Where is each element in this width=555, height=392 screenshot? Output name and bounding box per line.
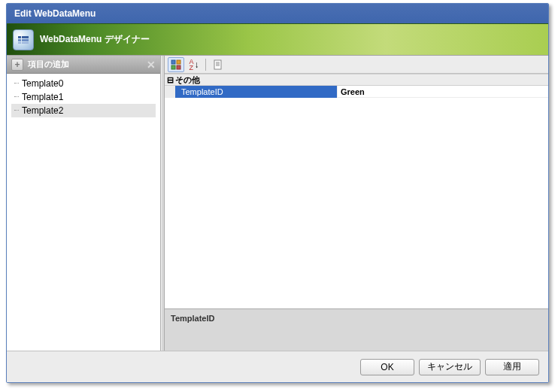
description-title: TemplateID	[171, 314, 214, 323]
svg-rect-3	[22, 39, 29, 41]
tree-item[interactable]: Template0	[11, 77, 156, 90]
property-pages-button[interactable]	[209, 57, 226, 72]
svg-rect-1	[22, 36, 29, 38]
category-label: その他	[175, 74, 200, 86]
category-row[interactable]: ⊟ その他	[165, 74, 548, 86]
banner-title: WebDataMenu デザイナー	[40, 33, 150, 46]
ok-button[interactable]: OK	[360, 359, 414, 375]
svg-rect-8	[171, 65, 175, 69]
svg-rect-7	[177, 60, 180, 64]
svg-rect-4	[18, 42, 21, 44]
sort-az-icon: AZ↓	[189, 59, 199, 71]
footer: OK キャンセル 適用	[7, 351, 548, 382]
svg-rect-10	[214, 60, 221, 69]
page-icon	[212, 59, 223, 70]
row-gutter	[165, 86, 175, 98]
property-value[interactable]: Green	[338, 86, 548, 98]
tree-item[interactable]: Template1	[11, 90, 156, 104]
close-icon[interactable]: ✕	[147, 59, 156, 71]
collapse-icon[interactable]: ⊟	[165, 75, 175, 85]
template-tree[interactable]: Template0 Template1 Template2	[7, 74, 160, 351]
svg-rect-5	[22, 42, 29, 44]
propgrid-toolbar: AZ↓	[165, 56, 548, 74]
titlebar[interactable]: Edit WebDataMenu	[7, 4, 548, 23]
description-pane: TemplateID	[165, 308, 548, 351]
toolbar-separator	[205, 59, 206, 71]
alphabetical-button[interactable]: AZ↓	[186, 57, 202, 72]
categorized-icon	[171, 59, 181, 70]
plus-icon: +	[11, 59, 23, 71]
property-row[interactable]: TemplateID Green	[165, 86, 548, 98]
svg-rect-9	[177, 65, 180, 69]
right-panel: AZ↓ ⊟ その他	[165, 56, 548, 351]
add-item-bar[interactable]: + 項目の追加 ✕	[7, 56, 160, 74]
property-name[interactable]: TemplateID	[175, 86, 338, 98]
svg-rect-0	[18, 36, 21, 38]
banner: WebDataMenu デザイナー	[7, 23, 548, 55]
apply-button[interactable]: 適用	[485, 359, 539, 375]
svg-rect-2	[18, 39, 21, 41]
categorized-button[interactable]	[168, 57, 184, 72]
titlebar-title: Edit WebDataMenu	[14, 8, 96, 19]
svg-rect-6	[171, 60, 175, 64]
add-item-label: 項目の追加	[28, 59, 69, 70]
tree-item[interactable]: Template2	[11, 104, 156, 117]
cancel-button[interactable]: キャンセル	[419, 359, 481, 375]
body: + 項目の追加 ✕ Template0 Template1 Template2	[7, 55, 548, 351]
webdatamenu-icon	[13, 29, 34, 50]
dialog: Edit WebDataMenu WebDataMenu デザイナー + 項目の…	[6, 3, 549, 383]
property-grid[interactable]: ⊟ その他 TemplateID Green	[165, 74, 548, 308]
left-panel: + 項目の追加 ✕ Template0 Template1 Template2	[7, 56, 161, 351]
